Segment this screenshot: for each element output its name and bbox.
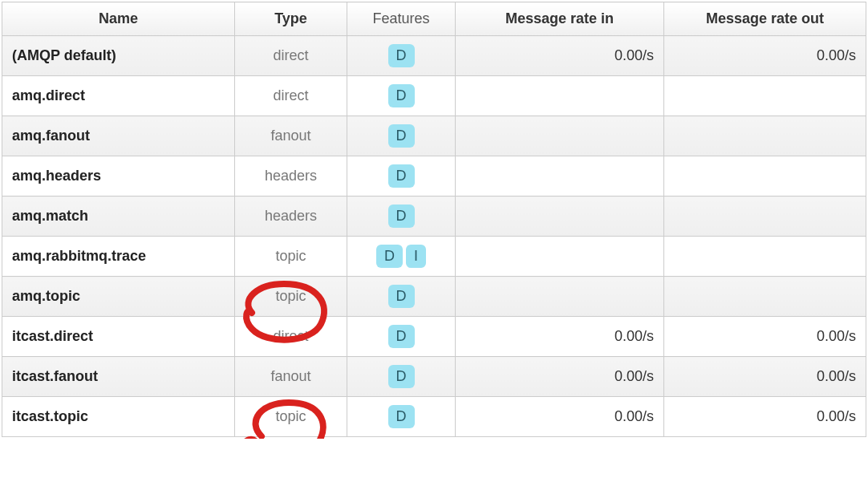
exchange-type: direct <box>235 76 347 116</box>
feature-badge: D <box>388 325 415 348</box>
message-rate-in <box>456 237 664 277</box>
col-header-rate-out[interactable]: Message rate out <box>664 2 866 36</box>
exchange-type: direct <box>235 36 347 76</box>
message-rate-out: 0.00/s <box>664 317 866 357</box>
message-rate-in: 0.00/s <box>456 397 664 437</box>
table-row: itcast.directdirectD0.00/s0.00/s <box>2 317 866 357</box>
table-row: amq.rabbitmq.tracetopicDI <box>2 237 866 277</box>
message-rate-in <box>456 277 664 317</box>
exchange-type: headers <box>235 196 347 237</box>
feature-badge: D <box>388 365 415 388</box>
exchange-features: D <box>347 277 456 317</box>
message-rate-out <box>664 76 866 116</box>
exchange-type: fanout <box>235 357 347 397</box>
exchange-features: D <box>347 196 456 237</box>
exchange-type: headers <box>235 156 347 196</box>
message-rate-in <box>456 116 664 156</box>
table-row: amq.fanoutfanoutD <box>2 116 866 156</box>
exchange-name-link[interactable]: amq.rabbitmq.trace <box>2 237 235 277</box>
message-rate-out <box>664 116 866 156</box>
message-rate-out: 0.00/s <box>664 357 866 397</box>
exchange-name-link[interactable]: amq.topic <box>2 277 235 317</box>
message-rate-out <box>664 196 866 237</box>
exchange-name-link[interactable]: itcast.direct <box>2 317 235 357</box>
message-rate-in: 0.00/s <box>456 36 664 76</box>
feature-badge: D <box>388 124 415 148</box>
feature-badge: D <box>388 44 415 67</box>
table-row: amq.headersheadersD <box>2 156 866 196</box>
message-rate-in: 0.00/s <box>456 317 664 357</box>
exchange-name-link[interactable]: (AMQP default) <box>2 36 235 76</box>
message-rate-out <box>664 277 866 317</box>
table-row: itcast.fanoutfanoutD0.00/s0.00/s <box>2 357 866 397</box>
col-header-features[interactable]: Features <box>347 2 456 36</box>
feature-badge: I <box>406 245 426 268</box>
col-header-rate-in[interactable]: Message rate in <box>456 2 664 36</box>
exchange-name-link[interactable]: amq.fanout <box>2 116 235 156</box>
exchange-name-link[interactable]: amq.direct <box>2 76 235 116</box>
exchange-features: D <box>347 76 456 116</box>
table-row: amq.directdirectD <box>2 76 866 116</box>
feature-badge: D <box>388 84 415 107</box>
exchange-features: DI <box>347 237 456 277</box>
table-row: itcast.topictopicD0.00/s0.00/s <box>2 397 866 437</box>
exchange-features: D <box>347 357 456 397</box>
message-rate-out <box>664 156 866 196</box>
exchange-type: topic <box>235 237 347 277</box>
feature-badge: D <box>376 245 403 268</box>
table-header-row: Name Type Features Message rate in Messa… <box>2 2 866 36</box>
exchange-type: topic <box>235 277 347 317</box>
exchange-name-link[interactable]: itcast.topic <box>2 397 235 437</box>
exchanges-table: Name Type Features Message rate in Messa… <box>2 2 866 437</box>
exchange-features: D <box>347 397 456 437</box>
message-rate-out: 0.00/s <box>664 36 866 76</box>
table-row: (AMQP default)directD0.00/s0.00/s <box>2 36 866 76</box>
table-row: amq.topictopicD <box>2 277 866 317</box>
exchange-name-link[interactable]: amq.headers <box>2 156 235 196</box>
exchange-features: D <box>347 36 456 76</box>
exchange-features: D <box>347 156 456 196</box>
exchange-name-link[interactable]: amq.match <box>2 196 235 237</box>
message-rate-out <box>664 237 866 277</box>
exchange-name-link[interactable]: itcast.fanout <box>2 357 235 397</box>
feature-badge: D <box>388 285 415 308</box>
message-rate-in <box>456 156 664 196</box>
message-rate-out: 0.00/s <box>664 397 866 437</box>
col-header-type[interactable]: Type <box>235 2 347 36</box>
col-header-name[interactable]: Name <box>2 2 235 36</box>
feature-badge: D <box>388 205 415 228</box>
exchange-features: D <box>347 317 456 357</box>
message-rate-in: 0.00/s <box>456 357 664 397</box>
exchange-type: topic <box>235 397 347 437</box>
message-rate-in <box>456 76 664 116</box>
table-row: amq.matchheadersD <box>2 196 866 237</box>
exchange-features: D <box>347 116 456 156</box>
exchange-type: direct <box>235 317 347 357</box>
feature-badge: D <box>388 405 415 428</box>
message-rate-in <box>456 196 664 237</box>
feature-badge: D <box>388 164 415 188</box>
exchange-type: fanout <box>235 116 347 156</box>
